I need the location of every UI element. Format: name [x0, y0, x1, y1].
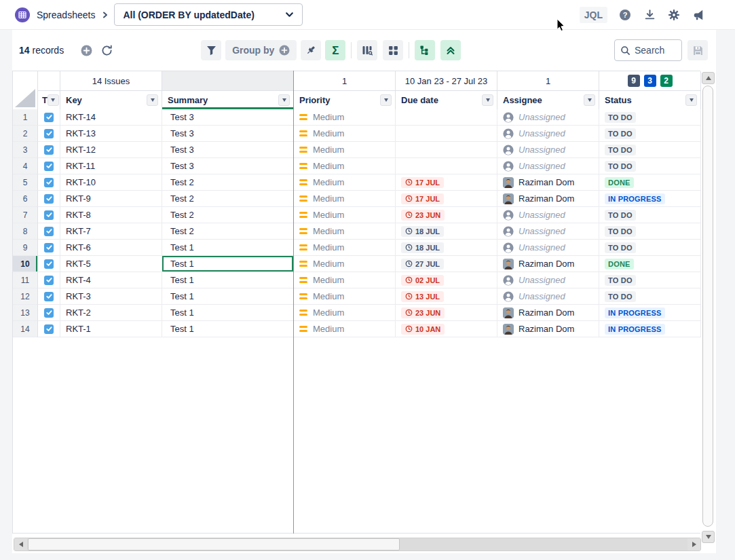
- priority-cell[interactable]: Medium: [294, 272, 396, 288]
- row-number-cell[interactable]: 4: [13, 158, 38, 174]
- row-checkbox-cell[interactable]: [38, 272, 60, 288]
- assignee-cell[interactable]: Raziman Dom: [497, 174, 599, 191]
- save-button[interactable]: [687, 40, 708, 60]
- column-header-assignee[interactable]: Assignee: [497, 91, 599, 110]
- due-date-cell[interactable]: [396, 142, 497, 158]
- add-record-button[interactable]: [76, 40, 96, 60]
- row-checkbox-cell[interactable]: [38, 223, 60, 240]
- summary-cell[interactable]: Test 2: [162, 207, 294, 223]
- priority-cell[interactable]: Medium: [294, 240, 396, 256]
- due-date-cell[interactable]: 17 JUL: [396, 174, 497, 191]
- assignee-cell[interactable]: Unassigned: [497, 207, 599, 223]
- key-cell[interactable]: RKT-12: [60, 142, 162, 158]
- row-checkbox-cell[interactable]: [38, 191, 60, 207]
- status-cell[interactable]: TO DO: [599, 126, 701, 142]
- vertical-scrollbar[interactable]: [702, 72, 715, 543]
- priority-filter-dropdown[interactable]: [380, 94, 392, 106]
- due-date-cell[interactable]: 13 JUL: [396, 288, 497, 305]
- key-cell[interactable]: RKT-14: [60, 109, 162, 126]
- key-cell[interactable]: RKT-10: [60, 174, 162, 191]
- tree-view-button[interactable]: [415, 40, 435, 60]
- collapse-all-button[interactable]: [440, 40, 461, 60]
- key-cell[interactable]: RKT-4: [60, 272, 162, 288]
- row-checkbox[interactable]: [44, 178, 54, 187]
- status-cell[interactable]: TO DO: [599, 223, 701, 240]
- priority-cell[interactable]: Medium: [294, 321, 396, 337]
- row-checkbox[interactable]: [44, 162, 54, 171]
- priority-cell[interactable]: Medium: [294, 109, 396, 126]
- app-title[interactable]: Spreadsheets: [37, 10, 95, 20]
- due-date-cell[interactable]: 18 JUL: [396, 240, 497, 256]
- row-number-cell[interactable]: 6: [13, 191, 38, 207]
- status-cell[interactable]: TO DO: [599, 272, 701, 288]
- select-all-corner[interactable]: [13, 71, 38, 110]
- row-checkbox[interactable]: [44, 276, 54, 285]
- due-date-cell[interactable]: [396, 109, 497, 126]
- due-date-cell[interactable]: 23 JUN: [396, 305, 497, 321]
- row-number-cell[interactable]: 9: [13, 240, 38, 256]
- row-checkbox-cell[interactable]: [38, 142, 60, 158]
- search-input[interactable]: [635, 45, 675, 56]
- row-number-cell[interactable]: 14: [13, 321, 38, 337]
- scroll-left-button[interactable]: [14, 538, 27, 550]
- columns-settings-button[interactable]: [357, 40, 377, 60]
- assignee-cell[interactable]: Unassigned: [497, 142, 599, 158]
- assignee-cell[interactable]: Unassigned: [497, 158, 599, 174]
- row-checkbox[interactable]: [44, 308, 54, 318]
- view-selector-dropdown[interactable]: All (ORDER BY updatedDate): [114, 3, 303, 26]
- row-checkbox[interactable]: [44, 292, 54, 301]
- announcements-icon[interactable]: [692, 8, 705, 22]
- row-number-cell[interactable]: 1: [13, 109, 38, 126]
- summary-cell[interactable]: Test 2: [162, 223, 294, 240]
- key-cell[interactable]: RKT-5: [60, 256, 162, 272]
- priority-cell[interactable]: Medium: [294, 126, 396, 142]
- priority-cell[interactable]: Medium: [294, 174, 396, 191]
- column-header-summary[interactable]: Summary: [162, 91, 294, 110]
- summary-cell[interactable]: Test 3: [162, 158, 294, 174]
- column-header-key[interactable]: Key: [60, 91, 162, 110]
- status-cell[interactable]: TO DO: [599, 288, 701, 305]
- pin-columns-button[interactable]: [301, 40, 321, 60]
- row-checkbox-cell[interactable]: [38, 240, 60, 256]
- horizontal-scrollbar-thumb[interactable]: [28, 538, 400, 550]
- assignee-cell[interactable]: Raziman Dom: [497, 305, 599, 321]
- summary-cell[interactable]: Test 1: [162, 272, 294, 288]
- column-header-due-date[interactable]: Due date: [396, 91, 497, 110]
- status-cell[interactable]: TO DO: [599, 142, 701, 158]
- help-icon[interactable]: ?: [618, 8, 632, 22]
- row-checkbox[interactable]: [44, 324, 54, 334]
- key-cell[interactable]: RKT-11: [60, 158, 162, 174]
- frozen-columns-divider[interactable]: [293, 71, 294, 534]
- row-checkbox[interactable]: [44, 113, 54, 122]
- priority-cell[interactable]: Medium: [294, 158, 396, 174]
- assignee-cell[interactable]: Raziman Dom: [497, 321, 599, 337]
- priority-cell[interactable]: Medium: [294, 256, 396, 272]
- due-date-cell[interactable]: 10 JAN: [396, 321, 497, 337]
- row-number-cell[interactable]: 10: [13, 256, 38, 272]
- due-date-filter-dropdown[interactable]: [482, 94, 493, 106]
- row-number-cell[interactable]: 7: [13, 207, 38, 223]
- scroll-right-button[interactable]: [687, 538, 700, 550]
- key-cell[interactable]: RKT-1: [60, 321, 162, 337]
- key-cell[interactable]: RKT-6: [60, 240, 162, 256]
- type-filter-dropdown[interactable]: [48, 94, 59, 106]
- due-date-cell[interactable]: 17 JUL: [396, 191, 497, 207]
- column-header-type[interactable]: T: [38, 91, 60, 110]
- summary-cell[interactable]: Test 2: [162, 174, 294, 191]
- row-checkbox-cell[interactable]: [38, 207, 60, 223]
- group-by-button[interactable]: Group by: [225, 40, 297, 60]
- summary-cell[interactable]: Test 1: [162, 288, 294, 305]
- priority-cell[interactable]: Medium: [294, 191, 396, 207]
- key-cell[interactable]: RKT-3: [60, 288, 162, 305]
- key-cell[interactable]: RKT-9: [60, 191, 162, 207]
- row-number-cell[interactable]: 3: [13, 142, 38, 158]
- assignee-cell[interactable]: Raziman Dom: [497, 191, 599, 207]
- settings-icon[interactable]: [667, 8, 681, 22]
- due-date-cell[interactable]: 02 JUL: [396, 272, 497, 288]
- horizontal-scrollbar[interactable]: [14, 538, 701, 551]
- due-date-cell[interactable]: 23 JUN: [396, 207, 497, 223]
- column-header-priority[interactable]: Priority: [294, 91, 396, 110]
- summary-cell[interactable]: Test 1: [162, 321, 294, 337]
- row-number-cell[interactable]: 2: [13, 126, 38, 142]
- assignee-cell[interactable]: Unassigned: [497, 288, 599, 305]
